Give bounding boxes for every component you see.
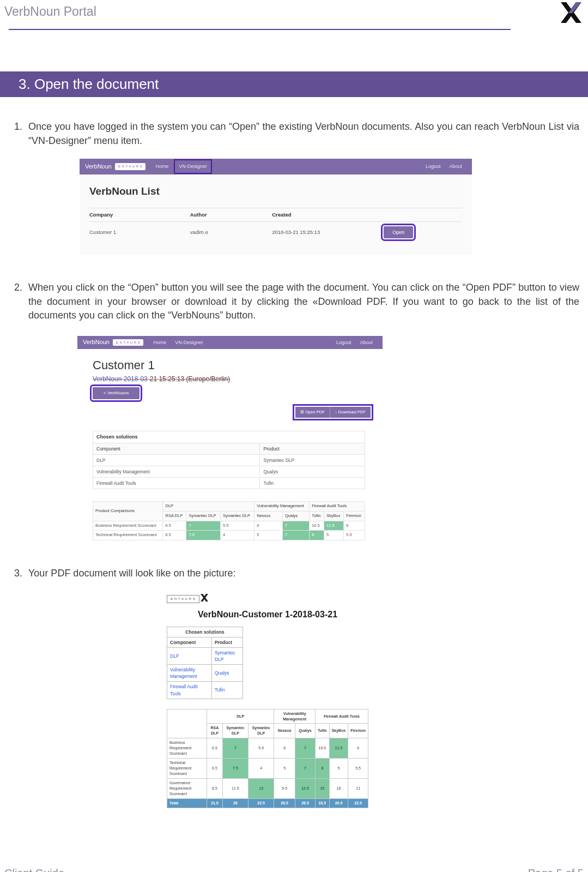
app-brand: VerbNoun — [85, 163, 112, 171]
cell: 5.5 — [220, 521, 254, 531]
verbnouns-back-button[interactable]: < VerbNouns — [93, 387, 140, 399]
nav-home[interactable]: Home — [153, 339, 166, 346]
cell: 11.5 — [222, 778, 248, 798]
cell: 6 — [274, 738, 295, 759]
cell: 5 — [324, 531, 343, 540]
step-3: Your PDF document will look like on the … — [25, 567, 579, 808]
col-group-dlp: DLP — [163, 502, 254, 512]
step-1: Once you have logged in the system you c… — [25, 120, 579, 255]
app-navbar: VerbNoun E N T A U R S Home VN-Designer … — [80, 159, 472, 175]
cell: 7.5 — [186, 531, 220, 540]
pdf-title: VerbNoun-Customer 1-2018-03-21 — [167, 609, 368, 621]
col-sub: SkyBox — [324, 511, 343, 521]
cell: 10.5 — [316, 738, 330, 759]
col-product: Product — [260, 443, 365, 454]
col-created: Created — [272, 211, 384, 218]
doc-body: Once you have logged in the system you c… — [0, 97, 588, 808]
col-sub: Nessus — [254, 511, 283, 521]
table-row: Customer 1 vadim.e 2018-03-21 15:25:13 O… — [89, 222, 462, 243]
table-row: Firewall Audit ToolsTufin — [93, 478, 365, 489]
vn-list-table: Company Author Created Customer 1 vadim.… — [89, 208, 462, 243]
steps-list: Once you have logged in the system you c… — [25, 120, 579, 808]
cell: 7 — [186, 521, 220, 531]
brand-x-icon — [200, 593, 209, 602]
cell: 11 — [348, 778, 368, 798]
col-group-vm: Vulnerability Management — [274, 709, 316, 724]
cell: 7.5 — [222, 759, 248, 779]
col-sub: Firemon — [344, 511, 365, 521]
svg-marker-2 — [568, 2, 581, 13]
cell: 5 — [329, 759, 348, 779]
chosen-solutions-table: Chosen solutions ComponentProduct DLPSym… — [93, 431, 365, 489]
nav-about[interactable]: About — [360, 339, 373, 346]
col-sub: Tufin — [316, 724, 330, 738]
cell: 13 — [248, 778, 274, 798]
cell: 10 — [329, 778, 348, 798]
row-name: Governance Requirement Scorecard — [167, 778, 207, 798]
cell: 26 — [222, 798, 248, 808]
table-row: Firewall Audit ToolsTufin — [167, 682, 243, 699]
table-row: DLPSymantec DLP — [93, 455, 365, 466]
col-company: Company — [89, 211, 190, 218]
col-product-comparisons: Product Comparisons — [93, 502, 163, 521]
pdf-chosen-caption: Chosen solutions — [167, 627, 243, 638]
app-brand-mini: E N T A U R S — [115, 163, 146, 170]
cell: 6.5 — [207, 759, 223, 779]
nav-about[interactable]: About — [449, 163, 462, 170]
cell: 20.5 — [274, 798, 295, 808]
doc-title: VerbNoun Portal — [4, 4, 581, 19]
cell: 6.5 — [207, 738, 223, 759]
table-row: Vulnerability ManagementQualys — [167, 665, 243, 682]
doc-customer-title: Customer 1 — [93, 357, 371, 374]
section-title-bar: 3. Open the document — [0, 71, 588, 97]
nav-home[interactable]: Home — [155, 163, 168, 170]
table-total-row: Total21.52622.520.526.533.526.522.5 — [167, 798, 368, 808]
row-name: Technical Requirement Scorecard — [167, 759, 207, 779]
section-title: 3. Open the document — [19, 76, 159, 92]
open-button[interactable]: Open — [384, 226, 413, 239]
nav-logout[interactable]: Logout — [426, 163, 441, 170]
col-component: Component — [93, 443, 260, 454]
cell: 21.5 — [207, 798, 223, 808]
row-name: Business Requirement Scorecard — [167, 738, 207, 759]
step-2: When you click on the “Open” button you … — [25, 281, 579, 540]
table-row: DLPSymantec DLP — [167, 648, 243, 665]
cell: 26.5 — [295, 798, 316, 808]
col-product: Product — [211, 638, 243, 648]
product-comparison-table: Product Comparisons DLP Vulnerability Ma… — [93, 501, 365, 540]
cell: 6 — [348, 738, 368, 759]
cell: 5.5 — [348, 759, 368, 779]
vn-list-heading: VerbNoun List — [89, 184, 462, 199]
row-name: Total — [167, 798, 207, 808]
col-sub: SkyBox — [329, 724, 348, 738]
cell-author: vadim.e — [190, 228, 272, 236]
nav-vn-designer[interactable]: VN-Designer — [175, 339, 203, 346]
doc-footer: Client Guide Page 5 of 5 — [0, 834, 588, 872]
cell: 15 — [316, 778, 330, 798]
col-sub: Symantec DLP — [248, 724, 274, 738]
nav-vn-designer[interactable]: VN-Designer — [174, 159, 212, 174]
step-3-text: Your PDF document will look like on the … — [25, 567, 579, 581]
app-navbar-2: VerbNoun E N T A U R S Home VN-Designer … — [77, 336, 383, 349]
download-pdf-button[interactable]: ↓ Download PDF — [330, 407, 371, 418]
col-group-fat: Firewall Audit Tools — [310, 502, 365, 512]
cell: 6 — [254, 521, 283, 531]
doc-subtitle: VerbNoun 2018-03-21 15:25:13 (Europe/Ber… — [93, 375, 371, 384]
chosen-solutions-caption: Chosen solutions — [93, 431, 365, 443]
cell: 12.5 — [295, 778, 316, 798]
pdf-logo-row: E N T A U R S — [167, 590, 368, 603]
col-sub: Nessus — [274, 724, 295, 738]
cell-company: Customer 1 — [89, 228, 190, 236]
nav-logout[interactable]: Logout — [336, 339, 351, 346]
cell: 8.5 — [207, 778, 223, 798]
cell: 7 — [282, 521, 309, 531]
col-group-dlp: DLP — [207, 709, 274, 724]
col-group-vm: Vulnerability Management — [254, 502, 310, 512]
col-author: Author — [190, 211, 272, 218]
cell: 11.5 — [324, 521, 343, 531]
cell: 5.5 — [248, 738, 274, 759]
open-pdf-button[interactable]: ⊞ Open PDF — [295, 407, 330, 418]
table-row: Business Requirement Scorecard6.575.5671… — [93, 521, 365, 531]
cell: 10.5 — [310, 521, 324, 531]
cell: 11.5 — [329, 738, 348, 759]
